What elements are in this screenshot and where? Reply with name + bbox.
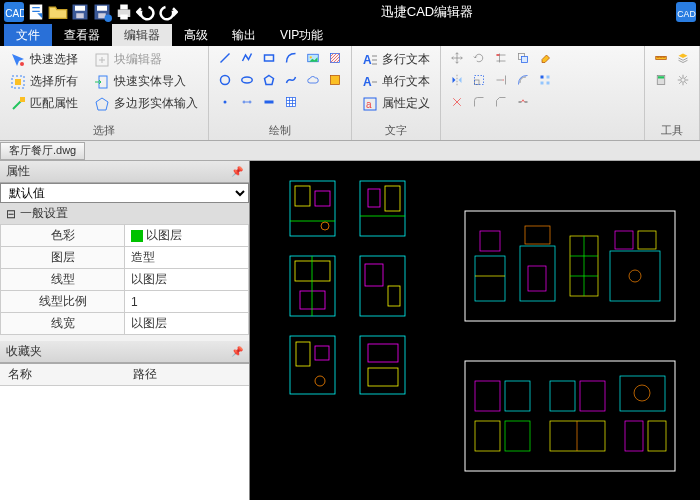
- stext-button[interactable]: A单行文本: [360, 72, 432, 91]
- default-combo[interactable]: 默认值: [0, 183, 249, 203]
- drawing-canvas[interactable]: [250, 161, 700, 500]
- new-icon[interactable]: [26, 2, 46, 22]
- array-icon[interactable]: [537, 72, 553, 88]
- open-icon[interactable]: [48, 2, 68, 22]
- ribbon-group-draw: 绘制: [209, 46, 352, 140]
- svg-rect-87: [465, 361, 675, 471]
- rotate-icon[interactable]: [471, 50, 487, 66]
- erase-icon[interactable]: [537, 50, 553, 66]
- svg-point-24: [310, 56, 312, 58]
- measure-icon[interactable]: [653, 50, 669, 66]
- properties-section-header[interactable]: ⊟ 一般设置: [0, 203, 249, 224]
- svg-rect-17: [15, 79, 21, 85]
- polygon-icon[interactable]: [261, 72, 277, 88]
- dim-icon[interactable]: [239, 94, 255, 110]
- pin-icon[interactable]: 📌: [231, 166, 243, 177]
- table-row[interactable]: 图层造型: [1, 247, 249, 269]
- copy-icon[interactable]: [515, 50, 531, 66]
- cad-badge-icon[interactable]: CAD: [676, 2, 696, 22]
- spline-icon[interactable]: [283, 72, 299, 88]
- attdef-button[interactable]: a属性定义: [360, 94, 432, 113]
- properties-panel-header[interactable]: 属性 📌: [0, 161, 249, 183]
- app-icon[interactable]: CAD: [4, 2, 24, 22]
- svg-rect-39: [475, 80, 480, 85]
- quick-select-button[interactable]: 快速选择: [8, 50, 80, 69]
- svg-rect-70: [368, 344, 398, 362]
- svg-rect-44: [547, 82, 550, 85]
- insert-image-icon[interactable]: [305, 50, 321, 66]
- break-icon[interactable]: [515, 94, 531, 110]
- calc-icon[interactable]: [653, 72, 669, 88]
- menu-output[interactable]: 输出: [220, 24, 268, 46]
- line-icon[interactable]: [217, 50, 233, 66]
- chamfer-icon[interactable]: [493, 94, 509, 110]
- xline-icon[interactable]: [261, 94, 277, 110]
- pin-icon[interactable]: 📌: [231, 346, 243, 357]
- arc-icon[interactable]: [283, 50, 299, 66]
- menu-vip[interactable]: VIP功能: [268, 24, 335, 46]
- ribbon-group-tools: 工具: [645, 46, 700, 140]
- block-editor-button[interactable]: 块编辑器: [92, 50, 200, 69]
- save-as-icon[interactable]: [92, 2, 112, 22]
- svg-rect-94: [550, 421, 605, 451]
- table-row[interactable]: 色彩以图层: [1, 225, 249, 247]
- menubar: 文件 查看器 编辑器 高级 输出 VIP功能: [0, 24, 700, 46]
- select-all-button[interactable]: 选择所有: [8, 72, 80, 91]
- settings-icon[interactable]: [675, 72, 691, 88]
- redo-icon[interactable]: [158, 2, 178, 22]
- polyline-icon[interactable]: [239, 50, 255, 66]
- ellipse-icon[interactable]: [239, 72, 255, 88]
- block-icon[interactable]: [327, 72, 343, 88]
- scale-icon[interactable]: [471, 72, 487, 88]
- svg-rect-22: [265, 55, 274, 61]
- print-icon[interactable]: [114, 2, 134, 22]
- svg-point-99: [634, 385, 650, 401]
- layer-icon[interactable]: [675, 50, 691, 66]
- point-icon[interactable]: [217, 94, 233, 110]
- ribbon-group-select: 快速选择 选择所有 匹配属性 块编辑器 快速实体导入 多边形实体输入 选择: [0, 46, 209, 140]
- table-row[interactable]: 线型比例1: [1, 291, 249, 313]
- ribbon-group-tools-label: 工具: [653, 121, 691, 138]
- undo-icon[interactable]: [136, 2, 156, 22]
- trim-icon[interactable]: [493, 50, 509, 66]
- move-icon[interactable]: [449, 50, 465, 66]
- svg-rect-64: [388, 286, 400, 306]
- match-prop-button[interactable]: 匹配属性: [8, 94, 80, 113]
- table-icon[interactable]: [283, 94, 299, 110]
- favorites-panel-header[interactable]: 收藏夹 📌: [0, 341, 249, 363]
- mtext-button[interactable]: A多行文本: [360, 50, 432, 69]
- quick-select-icon: [10, 52, 26, 68]
- hatch-icon[interactable]: [327, 50, 343, 66]
- menu-file[interactable]: 文件: [4, 24, 52, 46]
- favorites-columns: 名称 路径: [0, 364, 249, 386]
- menu-viewer[interactable]: 查看器: [52, 24, 112, 46]
- fillet-icon[interactable]: [471, 94, 487, 110]
- svg-point-53: [321, 222, 329, 230]
- svg-rect-90: [475, 421, 500, 451]
- import-entity-button[interactable]: 快速实体导入: [92, 72, 200, 91]
- menu-editor[interactable]: 编辑器: [112, 24, 172, 46]
- save-icon[interactable]: [70, 2, 90, 22]
- table-row[interactable]: 线宽以图层: [1, 313, 249, 335]
- svg-point-27: [242, 77, 253, 83]
- circle-icon[interactable]: [217, 72, 233, 88]
- svg-text:A: A: [363, 53, 372, 67]
- svg-rect-83: [610, 251, 660, 301]
- svg-rect-92: [550, 381, 575, 411]
- rect-icon[interactable]: [261, 50, 277, 66]
- extend-icon[interactable]: [493, 72, 509, 88]
- favorites-col-name[interactable]: 名称: [0, 364, 125, 385]
- table-row[interactable]: 线型以图层: [1, 269, 249, 291]
- svg-rect-73: [475, 256, 505, 301]
- svg-point-10: [105, 15, 113, 23]
- offset-icon[interactable]: [515, 72, 531, 88]
- cloud-icon[interactable]: [305, 72, 321, 88]
- mirror-icon[interactable]: [449, 72, 465, 88]
- svg-rect-5: [75, 6, 85, 11]
- svg-rect-89: [505, 381, 530, 411]
- favorites-col-path[interactable]: 路径: [125, 364, 250, 385]
- polygon-input-button[interactable]: 多边形实体输入: [92, 94, 200, 113]
- explode-icon[interactable]: [449, 94, 465, 110]
- menu-advanced[interactable]: 高级: [172, 24, 220, 46]
- document-tab[interactable]: 客厅餐厅.dwg: [0, 142, 85, 160]
